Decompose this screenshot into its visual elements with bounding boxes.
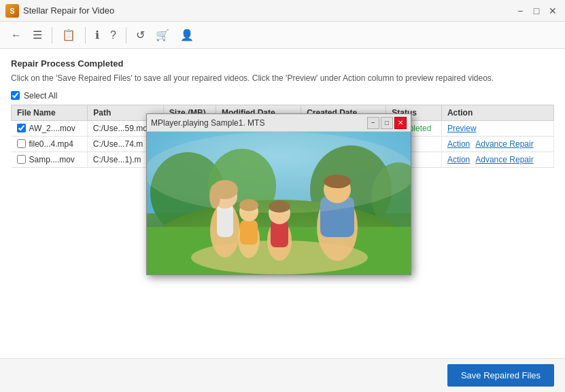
col-action: Action xyxy=(441,105,553,120)
mplayer-title: MPlayer.playing Sample1. MTS xyxy=(151,118,264,128)
action-link-advance[interactable]: Advance Repair xyxy=(475,155,533,164)
row-checkbox[interactable] xyxy=(17,155,26,164)
cart-icon: 🛒 xyxy=(156,29,169,41)
separator-2 xyxy=(85,27,86,43)
title-bar: S Stellar Repair for Video − □ ✕ xyxy=(0,0,565,22)
select-all-checkbox[interactable] xyxy=(11,91,20,100)
back-button[interactable]: ← xyxy=(7,26,26,44)
help-icon: ? xyxy=(110,29,116,41)
row-checkbox[interactable] xyxy=(17,124,26,132)
maximize-button[interactable]: □ xyxy=(530,4,543,18)
select-all-row: Select All xyxy=(11,91,554,101)
mplayer-video-area xyxy=(147,132,411,274)
profile-icon: 👤 xyxy=(180,29,194,41)
mplayer-maximize-button[interactable]: □ xyxy=(381,117,393,129)
svg-rect-22 xyxy=(240,220,258,245)
profile-button[interactable]: 👤 xyxy=(176,26,198,44)
cell-action: ActionAdvance Repair xyxy=(441,136,553,152)
back-icon: ← xyxy=(11,29,22,41)
cell-filename: file0...4.mp4 xyxy=(12,137,88,152)
main-content: Repair Process Completed Click on the 'S… xyxy=(0,49,565,358)
toolbar: ← ☰ 📋 ℹ ? ↺ 🛒 👤 xyxy=(0,22,565,49)
mplayer-titlebar: MPlayer.playing Sample1. MTS − □ ✕ xyxy=(147,114,411,132)
mplayer-controls: − □ ✕ xyxy=(367,117,407,129)
select-all-label: Select All xyxy=(24,91,57,101)
cell-action: ActionAdvance Repair xyxy=(441,152,553,167)
minimize-button[interactable]: − xyxy=(513,4,527,18)
action-link-primary[interactable]: Action xyxy=(447,155,470,164)
mplayer-window: MPlayer.playing Sample1. MTS − □ ✕ xyxy=(146,113,411,275)
cell-filename: Samp....mov xyxy=(12,152,88,167)
cell-action: Preview xyxy=(441,120,553,136)
repair-complete-title: Repair Process Completed xyxy=(11,58,554,69)
title-bar-controls: − □ ✕ xyxy=(513,4,560,18)
family-photo-svg xyxy=(147,132,411,274)
help-button[interactable]: ? xyxy=(106,26,120,44)
info-icon: ℹ xyxy=(95,29,99,41)
filename-text: Samp....mov xyxy=(29,155,75,164)
separator-1 xyxy=(52,27,52,43)
action-link-primary[interactable]: Action xyxy=(447,139,470,149)
footer: Save Repaired Files xyxy=(0,358,565,392)
save-repaired-files-button[interactable]: Save Repaired Files xyxy=(447,364,554,387)
row-checkbox[interactable] xyxy=(17,139,26,148)
filename-text: AW_2....mov xyxy=(29,124,75,133)
action-link-primary[interactable]: Preview xyxy=(447,124,477,133)
menu-icon: ☰ xyxy=(33,29,42,41)
svg-point-25 xyxy=(147,132,411,213)
action-link-advance[interactable]: Advance Repair xyxy=(475,139,533,149)
cart-button[interactable]: 🛒 xyxy=(152,26,173,44)
mplayer-minimize-button[interactable]: − xyxy=(367,117,379,129)
info-button[interactable]: ℹ xyxy=(91,26,103,44)
cell-filename: AW_2....mov xyxy=(12,121,88,136)
refresh-button[interactable]: ↺ xyxy=(132,26,149,44)
mplayer-close-button[interactable]: ✕ xyxy=(394,117,407,129)
separator-3 xyxy=(126,27,126,43)
title-bar-left: S Stellar Repair for Video xyxy=(5,4,114,18)
refresh-icon: ↺ xyxy=(136,29,145,41)
file-button[interactable]: 📋 xyxy=(58,26,80,44)
col-filename: File Name xyxy=(12,105,88,120)
app-title: Stellar Repair for Video xyxy=(23,5,114,16)
close-button[interactable]: ✕ xyxy=(546,4,560,18)
filename-text: file0...4.mp4 xyxy=(29,139,73,149)
app-icon: S xyxy=(5,4,19,18)
repair-description: Click on the 'Save Repaired Files' to sa… xyxy=(11,73,554,84)
menu-button[interactable]: ☰ xyxy=(29,26,46,44)
file-icon: 📋 xyxy=(62,29,75,41)
